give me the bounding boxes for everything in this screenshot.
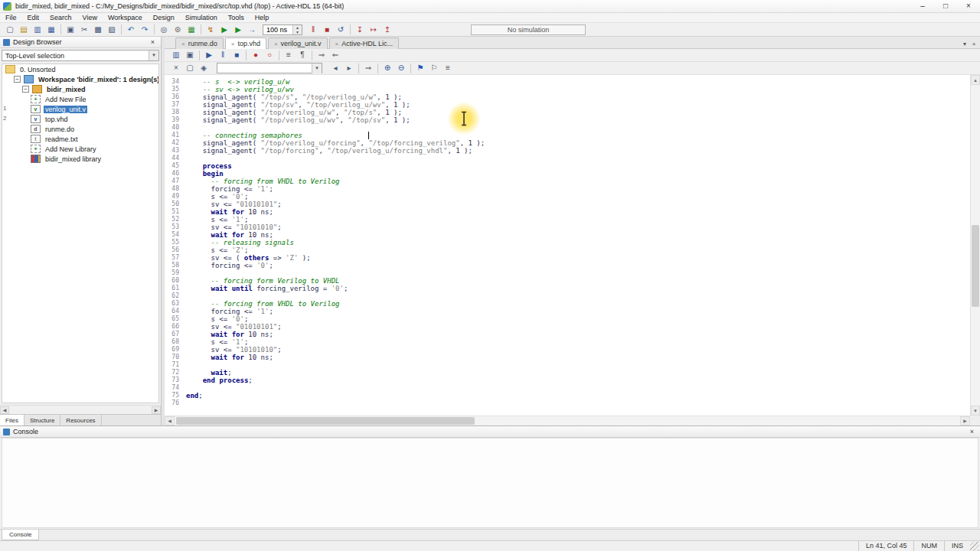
tree-item-runme-do[interactable]: drunme.do xyxy=(2,124,158,134)
trace-out-icon[interactable]: ↥ xyxy=(381,24,394,36)
code-line-47[interactable]: -- forcing from VHDL to Verilog xyxy=(186,178,970,185)
match-case-icon[interactable]: ▢ xyxy=(183,62,197,74)
line-number[interactable]: 40 xyxy=(165,124,185,132)
close-panel-icon[interactable]: × xyxy=(148,38,158,46)
line-number[interactable]: 56 xyxy=(165,246,185,254)
panel-tab-files[interactable]: Files xyxy=(0,415,24,425)
line-number[interactable]: 57 xyxy=(165,254,185,262)
code-line-45[interactable]: process xyxy=(186,162,970,170)
line-number[interactable]: 69 xyxy=(165,346,185,354)
tree-item-bidir-mixed-library[interactable]: bidir_mixed library xyxy=(2,154,158,164)
clear-breakpoints-icon[interactable]: ○ xyxy=(263,49,276,61)
outdent-icon[interactable]: ⇐ xyxy=(328,49,342,61)
tree-item-bidir-mixed[interactable]: −bidir_mixed xyxy=(2,84,158,94)
code-line-41[interactable]: -- connecting semaphores xyxy=(186,132,970,139)
pause-simulation-icon[interactable]: ‖ xyxy=(306,24,320,36)
stop-macro-icon[interactable]: ■ xyxy=(230,49,243,61)
line-number[interactable]: 63 xyxy=(165,300,185,308)
code-line-74[interactable] xyxy=(186,384,970,392)
new-file-icon[interactable]: ▢ xyxy=(3,24,17,36)
scroll-up-icon[interactable]: ▲ xyxy=(971,75,980,85)
tab-top-vhd[interactable]: ×top.vhd xyxy=(225,37,266,49)
line-number[interactable]: 43 xyxy=(165,147,185,155)
spin-down-icon[interactable]: ▼ xyxy=(293,30,302,34)
tree-item-top-vhd[interactable]: 2vtop.vhd xyxy=(2,114,158,124)
copy-icon[interactable]: ▩ xyxy=(91,24,105,36)
line-number[interactable]: 54 xyxy=(165,231,185,239)
code-line-48[interactable]: forcing <= '1'; xyxy=(186,185,970,193)
compile-icon[interactable]: ⊛ xyxy=(171,24,185,36)
undo-icon[interactable]: ↶ xyxy=(124,24,138,36)
restart-simulation-icon[interactable]: ↺ xyxy=(334,24,348,36)
open-file-icon[interactable]: ▤ xyxy=(17,24,31,36)
save-all-icon[interactable]: ▦ xyxy=(44,24,58,36)
minimize-button[interactable]: – xyxy=(911,0,934,12)
line-number[interactable]: 66 xyxy=(165,323,185,331)
line-number[interactable]: 73 xyxy=(165,377,185,384)
tab-active-hdl-lic[interactable]: ×Active-HDL Lic... xyxy=(329,37,399,49)
find-next-icon[interactable]: ▸ xyxy=(342,62,356,74)
menu-simulation[interactable]: Simulation xyxy=(180,13,223,22)
code-line-46[interactable]: begin xyxy=(186,170,970,178)
line-number[interactable]: 35 xyxy=(165,86,185,93)
menu-view[interactable]: View xyxy=(77,13,103,22)
line-number[interactable]: 61 xyxy=(165,285,185,292)
line-number[interactable]: 45 xyxy=(165,162,185,170)
find-icon[interactable]: ◎ xyxy=(157,24,171,36)
line-number[interactable]: 72 xyxy=(165,369,185,377)
line-number[interactable]: 46 xyxy=(165,170,185,178)
resize-grip-icon[interactable] xyxy=(970,542,979,551)
close-tab-icon[interactable]: × xyxy=(181,41,185,47)
code-line-36[interactable]: signal_agent( "/top/s", "/top/verilog_u/… xyxy=(186,93,970,101)
tree-item-add-new-file[interactable]: +Add New File xyxy=(2,94,158,104)
code-line-38[interactable]: signal_agent( "/top/verilog_u/w", "/top/… xyxy=(186,109,970,116)
code-line-73[interactable]: end process; xyxy=(186,377,970,384)
compile-all-icon[interactable]: ▦ xyxy=(185,24,198,36)
print-icon[interactable]: ▣ xyxy=(64,24,77,36)
line-number[interactable]: 67 xyxy=(165,331,185,338)
next-bookmark-icon[interactable]: ⚐ xyxy=(427,62,441,74)
line-number[interactable]: 55 xyxy=(165,239,185,246)
close-tab-icon[interactable]: × xyxy=(335,41,339,47)
line-number[interactable]: 64 xyxy=(165,308,185,315)
console-output[interactable] xyxy=(2,438,978,528)
code-line-35[interactable]: -- sv <-> verilog_u/wv xyxy=(186,86,970,93)
scroll-down-icon[interactable]: ▼ xyxy=(971,406,980,416)
code-line-34[interactable]: -- s <-> verilog_u/w xyxy=(186,78,970,86)
code-line-49[interactable]: s <= '0'; xyxy=(186,193,970,201)
tree-horizontal-scrollbar[interactable]: ◀ ▶ xyxy=(0,405,161,414)
top-level-selection-combo[interactable]: Top-Level selection ▼ xyxy=(2,50,159,61)
document-outline-icon[interactable]: ≡ xyxy=(441,62,455,74)
line-number[interactable]: 51 xyxy=(165,208,185,216)
menu-workspace[interactable]: Workspace xyxy=(103,13,148,22)
find-previous-icon[interactable]: ◂ xyxy=(328,62,342,74)
tree-item-0-unsorted[interactable]: 0. Unsorted xyxy=(2,64,158,74)
scroll-left-icon[interactable]: ◀ xyxy=(165,416,175,425)
tab-verilog-unit-v[interactable]: ×verilog_unit.v xyxy=(268,37,328,49)
code-line-67[interactable]: wait for 10 ns; xyxy=(186,331,970,338)
code-line-55[interactable]: -- releasing signals xyxy=(186,239,970,246)
code-line-66[interactable]: sv <= "01010101"; xyxy=(186,323,970,331)
code-editor[interactable]: 3435363738394041424344454647484950515253… xyxy=(165,75,970,416)
simulation-time-control[interactable]: 100 ns ▲ ▼ xyxy=(263,24,302,35)
code-line-63[interactable]: -- forcing from VHDL to Verilog xyxy=(186,300,970,308)
menu-tools[interactable]: Tools xyxy=(223,13,250,22)
pause-macro-icon[interactable]: ‖ xyxy=(216,49,230,61)
line-number[interactable]: 60 xyxy=(165,277,185,285)
line-number[interactable]: 44 xyxy=(165,155,185,162)
line-number[interactable]: 37 xyxy=(165,101,185,109)
single-step-icon[interactable]: → xyxy=(245,24,259,36)
simulation-time-value[interactable]: 100 ns xyxy=(266,26,292,34)
toggle-breakpoint-icon[interactable]: ● xyxy=(249,49,263,61)
menu-search[interactable]: Search xyxy=(44,13,77,22)
close-tab-icon[interactable]: × xyxy=(231,41,235,47)
line-number[interactable]: 65 xyxy=(165,315,185,323)
line-number[interactable]: 74 xyxy=(165,384,185,392)
cut-icon[interactable]: ✂ xyxy=(77,24,91,36)
vertical-scroll-thumb[interactable] xyxy=(972,225,979,307)
code-line-52[interactable]: s <= '1'; xyxy=(186,216,970,223)
line-number[interactable]: 62 xyxy=(165,292,185,300)
zoom-out-icon[interactable]: ⊖ xyxy=(394,62,408,74)
comment-block-icon[interactable]: ≡ xyxy=(282,49,296,61)
line-number[interactable]: 42 xyxy=(165,139,185,147)
